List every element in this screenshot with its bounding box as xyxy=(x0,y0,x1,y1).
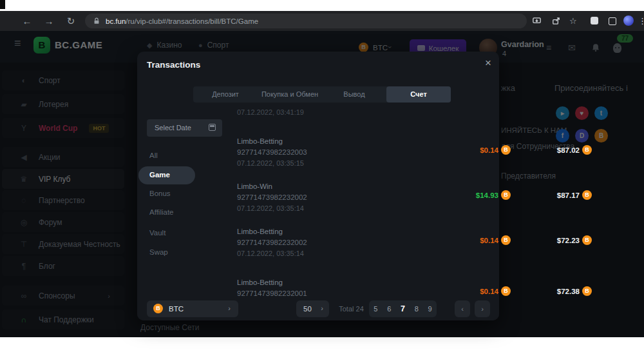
extensions-icon[interactable] xyxy=(591,17,598,25)
footer-currency-selector[interactable]: B BTC › xyxy=(147,300,238,317)
tx-amount: $14.93 xyxy=(476,191,498,199)
tx-amount-group: $0.14B xyxy=(437,286,511,296)
tx-id: 92771473982232003 xyxy=(237,148,307,156)
tx-balance: $72.38 xyxy=(557,288,580,295)
next-page-button[interactable]: › xyxy=(475,300,490,317)
back-icon[interactable]: ← xyxy=(21,11,33,31)
tx-date: 07.12.2022, 03:35:15 xyxy=(237,159,304,167)
corner-mark xyxy=(0,0,5,9)
forward-icon[interactable]: → xyxy=(43,11,55,31)
footer-currency-label: BTC xyxy=(169,305,184,313)
calendar-icon xyxy=(209,124,216,131)
tx-id: 92771473982232002 xyxy=(237,193,307,201)
screen: ← → ↻ bc.fun/ru/vip-club#/transactions/b… xyxy=(0,0,644,363)
filter-Game[interactable]: Game xyxy=(149,171,170,179)
tab-Счет[interactable]: Счет xyxy=(386,86,451,103)
url-text: bc.fun/ru/vip-club#/transactions/bill/BT… xyxy=(106,17,258,25)
transactions-modal: Transactions × ДепозитПокупка и ОбменВыв… xyxy=(137,52,499,320)
tx-name: Limbo-Betting xyxy=(237,228,283,235)
bitcoin-icon: B xyxy=(501,145,511,155)
tx-name: Limbo-Betting xyxy=(237,279,283,286)
url-domain: bc.fun xyxy=(106,17,126,25)
tx-balance-group: $87.02B xyxy=(524,145,592,155)
chevron-right-icon: › xyxy=(321,304,323,312)
url-path: /ru/vip-club#/transactions/bill/BTC/Game xyxy=(126,17,258,25)
page-9[interactable]: 9 xyxy=(428,305,431,313)
select-date-label: Select Date xyxy=(155,124,191,132)
partial-row-date: 07.12.2022, 03:41:19 xyxy=(237,108,304,116)
tx-balance-group: $87.17B xyxy=(524,190,592,200)
transaction-row[interactable]: Limbo-Betting9277147398223200307.12.2022… xyxy=(237,137,492,171)
close-icon[interactable]: × xyxy=(485,57,491,70)
tx-name: Limbo-Win xyxy=(237,182,272,190)
select-date-button[interactable]: Select Date xyxy=(147,119,222,137)
tx-amount-group: $0.14B xyxy=(437,145,511,155)
tx-name: Limbo-Betting xyxy=(237,137,283,145)
viewport-bottom xyxy=(0,337,644,363)
bitcoin-icon: B xyxy=(582,190,592,200)
bookmark-star-icon[interactable]: ☆ xyxy=(569,15,577,26)
tx-balance: $87.17 xyxy=(557,191,580,199)
total-count-label: Total 24 xyxy=(334,305,369,313)
filter-Vault[interactable]: Vault xyxy=(149,229,166,237)
browser-toolbar: ← → ↻ bc.fun/ru/vip-club#/transactions/b… xyxy=(0,11,644,31)
install-icon[interactable] xyxy=(532,16,542,26)
bitcoin-icon: B xyxy=(153,304,163,313)
bitcoin-icon: B xyxy=(501,190,511,200)
lock-icon xyxy=(93,17,100,25)
filter-All[interactable]: All xyxy=(149,152,158,159)
tab-Покупка и Обмен[interactable]: Покупка и Обмен xyxy=(258,86,322,103)
tx-amount-group: $14.93B xyxy=(437,190,511,200)
reload-icon[interactable]: ↻ xyxy=(64,11,77,31)
filter-Swap[interactable]: Swap xyxy=(149,248,168,256)
top-strip xyxy=(0,0,644,11)
tab-Вывод[interactable]: Вывод xyxy=(322,86,386,103)
page-7[interactable]: 7 xyxy=(401,304,405,313)
tab-Депозит[interactable]: Депозит xyxy=(193,86,258,103)
tx-id: 92771473982232001 xyxy=(237,289,307,297)
tx-amount: $0.14 xyxy=(480,237,498,244)
bitcoin-icon: B xyxy=(582,145,592,155)
page-5[interactable]: 5 xyxy=(374,305,377,313)
tx-date: 07.12.2022, 03:35:14 xyxy=(237,250,304,257)
bitcoin-icon: B xyxy=(501,286,511,296)
page-size-selector[interactable]: 50 › xyxy=(296,300,329,317)
tx-amount-group: $0.14B xyxy=(437,235,511,245)
tx-amount: $0.14 xyxy=(480,146,498,154)
profile-avatar-icon[interactable] xyxy=(623,15,634,26)
page-8[interactable]: 8 xyxy=(415,305,419,313)
address-bar[interactable]: bc.fun/ru/vip-club#/transactions/bill/BT… xyxy=(85,14,527,28)
bitcoin-icon: B xyxy=(582,235,592,245)
modal-footer: B BTC › 50 › Total 24 56789 ‹ › xyxy=(137,300,499,320)
tx-balance-group: $72.23B xyxy=(524,235,592,245)
tx-id: 92771473982232002 xyxy=(237,239,307,246)
tx-amount: $0.14 xyxy=(480,288,498,295)
tx-balance: $87.02 xyxy=(557,146,580,154)
tab-group-icon[interactable] xyxy=(609,17,616,25)
pagination: 56789 xyxy=(369,300,437,317)
modal-title: Transactions xyxy=(147,60,200,70)
prev-page-button[interactable]: ‹ xyxy=(455,300,470,317)
transaction-row[interactable]: Limbo-Betting9277147398223200207.12.2022… xyxy=(237,228,492,261)
chevron-right-icon: › xyxy=(228,304,231,312)
tx-balance-group: $72.38B xyxy=(524,286,592,296)
tx-date: 07.12.2022, 03:35:14 xyxy=(237,204,304,212)
filter-Affiliate[interactable]: Affiliate xyxy=(149,208,174,216)
page-size-value: 50 xyxy=(303,305,312,313)
modal-tabs: ДепозитПокупка и ОбменВыводСчет xyxy=(193,86,451,103)
menu-dots-icon[interactable]: ⋮ xyxy=(638,15,644,26)
page-6[interactable]: 6 xyxy=(387,305,391,313)
share-icon[interactable] xyxy=(551,16,561,26)
bitcoin-icon: B xyxy=(501,235,511,245)
bitcoin-icon: B xyxy=(582,286,592,296)
transaction-row[interactable]: Limbo-Win9277147398223200207.12.2022, 03… xyxy=(237,182,492,216)
tx-balance: $72.23 xyxy=(557,237,580,244)
filter-Bonus[interactable]: Bonus xyxy=(149,190,171,197)
